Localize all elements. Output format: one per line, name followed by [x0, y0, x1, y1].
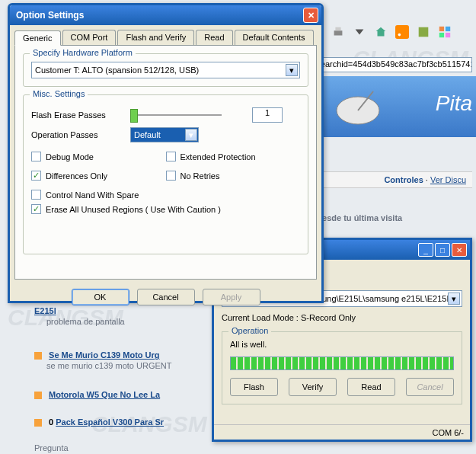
ok-button[interactable]: OK [72, 289, 129, 305]
address-bar[interactable]: w&searchid=454d3b549c83ac7bf3cb51157414 [301, 57, 472, 72]
combo-value: Customer T: ALTO (spansion 512/128, USB) [35, 66, 199, 75]
com-status: COM 6/- [432, 428, 464, 437]
close-button[interactable]: ✕ [303, 8, 318, 23]
forum-sub: se me murio c139 moto URGENT [46, 361, 171, 370]
differences-only-checkbox[interactable] [31, 171, 41, 181]
hardware-platform-group: Specify Hardware Platform Customer T: AL… [23, 53, 308, 87]
maximize-button[interactable]: □ [435, 243, 450, 257]
erase-unused-checkbox[interactable] [31, 204, 41, 214]
forum-link[interactable]: Se Me Murio C139 Moto Urg [49, 350, 159, 360]
banner-title: Pita [436, 91, 472, 116]
bullet-icon [34, 352, 42, 360]
dialog-button-row: OK Cancel Apply [10, 284, 321, 310]
forum-link[interactable]: Motorola W5 Que No Lee La [49, 390, 160, 399]
svg-point-5 [398, 34, 401, 37]
tab-read[interactable]: Read [196, 30, 232, 45]
banner: Pita [301, 76, 476, 137]
chevron-down-icon[interactable]: ▾ [286, 64, 298, 76]
checkbox-label: Differences Only [46, 171, 107, 181]
tab-body: Specify Hardware Platform Customer T: AL… [14, 45, 317, 280]
svg-rect-9 [439, 33, 444, 37]
tabstrip: Generic COM Port Flash and Verify Read D… [10, 25, 321, 45]
svg-rect-6 [419, 27, 429, 37]
controles-label: Controles [384, 175, 423, 184]
close-button[interactable]: ✕ [452, 243, 467, 257]
operation-status: All is well. [230, 340, 454, 349]
operation-passes-label: Operation Passes [31, 130, 130, 139]
bullet-icon [34, 419, 42, 427]
dropdown-icon[interactable] [351, 24, 368, 40]
svg-rect-7 [439, 27, 444, 31]
flash-erase-value[interactable]: 1 [252, 107, 283, 123]
chevron-down-icon[interactable]: ▾ [185, 129, 197, 141]
no-retries-checkbox[interactable] [166, 171, 176, 181]
cancel-button: Cancel [406, 378, 454, 396]
forum-sub: Pregunta [34, 443, 69, 452]
tab-com-port[interactable]: COM Port [62, 30, 117, 45]
tab-default-contents[interactable]: Default Contents [235, 30, 314, 45]
tool-icon[interactable] [415, 24, 432, 40]
checkbox-label: Debug Mode [46, 152, 94, 161]
forum-item: Pregunta [34, 443, 69, 452]
checkbox-label: Control Nand With Spare [46, 190, 139, 200]
status-bar: COM 6/- [214, 424, 470, 440]
group-title: Misc. Settings [30, 89, 88, 98]
forum-item: Motorola W5 Que No Lee La [34, 390, 160, 399]
operation-group-title: Operation [228, 326, 271, 335]
checkbox-label: Erase All Unused Regions ( Use With Caut… [46, 205, 221, 214]
minimize-button[interactable]: _ [418, 243, 433, 257]
ver-discu-link[interactable]: Ver Discu [430, 175, 466, 184]
operation-group: Operation All is well. Flash Verify Read… [222, 331, 462, 404]
print-icon[interactable] [330, 24, 347, 40]
forum-item: 0 Pack Español V300 Para Sr [34, 417, 164, 427]
checkbox-label: No Retries [180, 171, 220, 181]
feed-icon[interactable] [394, 24, 411, 40]
svg-rect-10 [446, 33, 450, 37]
debug-mode-checkbox[interactable] [31, 152, 41, 161]
bullet-icon [34, 392, 42, 399]
combo-value: Default [134, 130, 161, 139]
operation-passes-combo[interactable]: Default ▾ [130, 127, 199, 142]
extended-protection-checkbox[interactable] [166, 152, 176, 161]
titlebar: Option Settings ✕ [10, 5, 321, 25]
flash-erase-slider[interactable] [130, 107, 222, 123]
flash-button[interactable]: Flash [230, 378, 278, 396]
flash-erase-label: Flash Erase Passes [31, 110, 130, 120]
progress-bar [230, 356, 454, 370]
dialog-title: Option Settings [13, 10, 303, 21]
forum-link[interactable]: Pack Español V300 Para Sr [56, 417, 164, 427]
checkbox-label: Extended Protection [180, 152, 256, 161]
control-nand-checkbox[interactable] [31, 190, 41, 200]
cancel-button[interactable]: Cancel [137, 289, 195, 305]
controls-bar: Controles · Ver Discu [301, 171, 472, 188]
browser-toolbar [308, 21, 476, 43]
home-icon[interactable] [372, 24, 389, 40]
load-mode-label: Current Load Mode : S-Record Only [222, 313, 462, 322]
group-title: Specify Hardware Platform [30, 48, 136, 57]
forum-prefix: 0 [49, 417, 53, 427]
read-button[interactable]: Read [347, 378, 395, 396]
option-settings-dialog: Option Settings ✕ Generic COM Port Flash… [8, 3, 324, 303]
chevron-down-icon[interactable]: ▾ [448, 293, 460, 305]
forum-sub: problema de pantalla [46, 317, 125, 326]
tab-generic[interactable]: Generic [14, 30, 61, 46]
misc-settings-group: Misc. Settings Flash Erase Passes 1 Oper… [23, 94, 308, 254]
svg-rect-2 [334, 30, 343, 35]
svg-rect-4 [395, 25, 409, 39]
hardware-platform-combo[interactable]: Customer T: ALTO (spansion 512/128, USB)… [31, 62, 300, 78]
svg-rect-3 [335, 27, 340, 31]
svg-rect-8 [446, 27, 450, 31]
apply-button: Apply [203, 289, 260, 305]
forum-item: Se Me Murio C139 Moto Urg se me murio c1… [34, 350, 171, 370]
app-icon[interactable] [436, 24, 453, 40]
tab-flash-verify[interactable]: Flash and Verify [117, 30, 194, 45]
verify-button[interactable]: Verify [289, 378, 337, 396]
